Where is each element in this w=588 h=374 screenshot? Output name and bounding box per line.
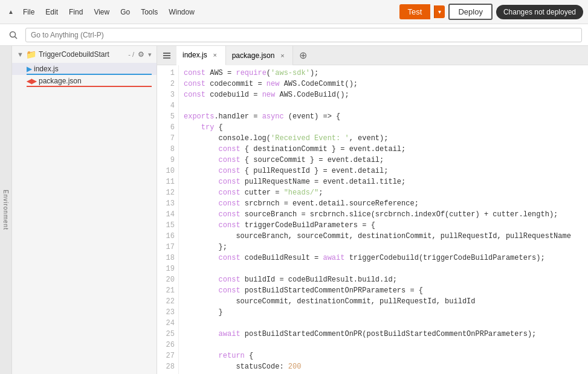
line-number: 8 — [160, 144, 175, 155]
line-number: 13 — [160, 198, 175, 209]
file-icon-js: ▶ — [27, 65, 31, 73]
line-number: 26 — [160, 340, 175, 350]
tab-indexjs[interactable]: index.js × — [176, 46, 226, 65]
line-number: 5 — [160, 111, 175, 122]
tab-close-indexjs[interactable]: × — [211, 51, 219, 59]
line-number: 15 — [160, 220, 175, 231]
tab-add-button[interactable]: ⊕ — [296, 48, 310, 63]
line-number: 27 — [160, 350, 175, 361]
code-line — [184, 263, 583, 274]
line-numbers: 1234567891011121314151617181920212223242… — [157, 65, 179, 374]
menu-bar: ▲ File Edit Find View Go Tools Window Te… — [0, 0, 588, 24]
tab-close-packagejson[interactable]: × — [278, 51, 286, 60]
code-line: const { pullRequestId } = event.detail; — [184, 166, 583, 176]
line-number: 10 — [160, 166, 175, 176]
line-number: 18 — [160, 253, 175, 263]
line-number: 3 — [160, 89, 175, 100]
code-line: sourceBranch, sourceCommit, destinationC… — [184, 231, 583, 242]
code-line: statusCode: 200 — [184, 361, 583, 372]
menu-go[interactable]: Go — [115, 5, 135, 19]
code-line: sourceCommit, destinationCommit, pullReq… — [184, 296, 583, 307]
tab-bar: index.js × package.json × ⊕ — [157, 46, 588, 65]
code-line: const { destinationCommit } = event.deta… — [184, 144, 583, 155]
environment-label: Environment — [0, 46, 12, 374]
search-input[interactable] — [25, 28, 582, 42]
search-bar — [0, 24, 588, 46]
line-number: 16 — [160, 231, 175, 242]
editor-area: index.js × package.json × ⊕ 123456789101… — [157, 46, 588, 374]
code-line: const srcbrnch = event.detail.sourceRefe… — [184, 198, 583, 209]
folder-header: ▼ 📁 TriggerCodebuildStart - / ⚙ ▾ — [12, 46, 157, 63]
file-item-indexjs[interactable]: ▶ index.js — [12, 63, 157, 75]
line-number: 1 — [160, 68, 175, 79]
code-line: const pullRequestName = event.detail.tit… — [184, 176, 583, 187]
code-line: const postBuildStartedCommentOnPRParamet… — [184, 285, 583, 296]
line-number: 9 — [160, 155, 175, 166]
file-item-packagejson[interactable]: ◀▶ package.json — [12, 75, 157, 87]
menu-tools[interactable]: Tools — [136, 5, 163, 19]
test-dropdown-button[interactable]: ▾ — [434, 5, 445, 18]
tab-list-icon[interactable] — [160, 48, 174, 63]
code-editor[interactable]: 1234567891011121314151617181920212223242… — [157, 65, 588, 374]
code-line: const { sourceCommit } = event.detail; — [184, 155, 583, 166]
code-line: }; — [184, 242, 583, 253]
line-number: 21 — [160, 285, 175, 296]
main-layout: Environment ▼ 📁 TriggerCodebuildStart - … — [0, 46, 588, 374]
code-line: const sourceBranch = srcbrnch.slice(srcb… — [184, 209, 583, 220]
line-number: 19 — [160, 263, 175, 274]
settings-icon[interactable]: ⚙ — [138, 50, 144, 59]
menu-right: Test ▾ Deploy Changes not deployed — [399, 4, 583, 20]
changes-not-deployed-button[interactable]: Changes not deployed — [496, 5, 583, 19]
menu-left: ▲ File Edit Find View Go Tools Window — [5, 4, 398, 21]
code-line: await postBuildStartedCommentOnPR(postBu… — [184, 329, 583, 340]
line-number: 2 — [160, 79, 175, 89]
code-line: try { — [184, 122, 583, 133]
line-number: 24 — [160, 318, 175, 329]
folder-collapse-arrow[interactable]: ▼ — [17, 51, 24, 58]
line-number: 7 — [160, 133, 175, 144]
line-number: 11 — [160, 176, 175, 187]
file-modified-indicator-red — [27, 86, 152, 87]
more-options-icon[interactable]: ▾ — [148, 51, 152, 59]
folder-meta: - / — [128, 51, 134, 58]
code-line: exports.handler = async (event) => { — [184, 111, 583, 122]
code-line — [184, 318, 583, 329]
file-name-indexjs: index.js — [34, 65, 59, 73]
code-line: const cutter = "heads/"; — [184, 187, 583, 198]
file-icon-pkg: ◀▶ — [27, 77, 36, 85]
deploy-button[interactable]: Deploy — [448, 4, 492, 20]
code-line: const codecommit = new AWS.CodeCommit(); — [184, 79, 583, 89]
svg-rect-3 — [163, 55, 170, 56]
code-line: return { — [184, 350, 583, 361]
line-number: 20 — [160, 274, 175, 285]
code-line: const codeBuildResult = await triggerCod… — [184, 253, 583, 263]
menu-file[interactable]: File — [18, 5, 39, 19]
line-number: 6 — [160, 122, 175, 133]
folder-name: TriggerCodebuildStart — [39, 50, 126, 59]
window-arrow[interactable]: ▲ — [5, 4, 17, 21]
search-icon[interactable] — [6, 28, 21, 42]
code-line: const triggerCodeBuildParameters = { — [184, 220, 583, 231]
menu-edit[interactable]: Edit — [40, 5, 63, 19]
menu-view[interactable]: View — [89, 5, 114, 19]
test-button[interactable]: Test — [399, 4, 431, 19]
code-line — [184, 100, 583, 111]
code-line: const codebuild = new AWS.CodeBuild(); — [184, 89, 583, 100]
svg-line-1 — [15, 36, 18, 39]
svg-point-0 — [10, 31, 16, 37]
line-number: 12 — [160, 187, 175, 198]
code-line: } — [184, 307, 583, 318]
line-number: 4 — [160, 100, 175, 111]
file-tree: ▼ 📁 TriggerCodebuildStart - / ⚙ ▾ ▶ inde… — [12, 46, 157, 374]
line-number: 22 — [160, 296, 175, 307]
code-line: const buildId = codeBuildResult.build.id… — [184, 274, 583, 285]
line-number: 28 — [160, 361, 175, 372]
line-number: 23 — [160, 307, 175, 318]
menu-find[interactable]: Find — [64, 5, 88, 19]
menu-window[interactable]: Window — [164, 5, 199, 19]
line-number: 14 — [160, 209, 175, 220]
code-content[interactable]: const AWS = require('aws-sdk');const cod… — [179, 65, 588, 374]
tab-label-indexjs: index.js — [183, 51, 207, 59]
svg-rect-2 — [163, 53, 170, 54]
tab-packagejson[interactable]: package.json × — [226, 46, 294, 65]
